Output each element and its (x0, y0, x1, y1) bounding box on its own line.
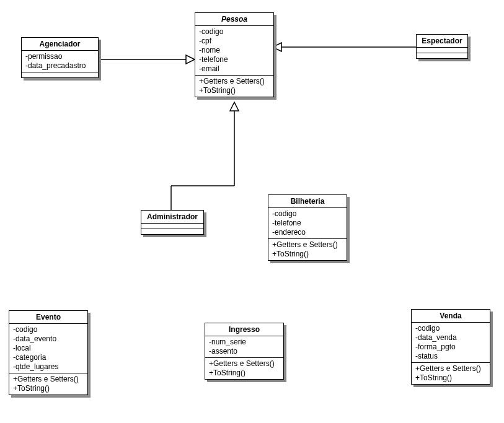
class-ops-empty (141, 229, 203, 234)
class-attrs: -codigo -data_evento -local -categoria -… (9, 324, 87, 373)
class-evento: Evento -codigo -data_evento -local -cate… (9, 310, 88, 395)
class-venda: Venda -codigo -data_venda -forma_pgto -s… (411, 309, 490, 385)
class-title: Bilheteria (268, 195, 347, 208)
class-ops-empty (22, 72, 98, 77)
svg-marker-1 (186, 55, 195, 64)
class-title: Ingresso (205, 323, 283, 336)
class-title: Agenciador (22, 38, 98, 51)
class-title: Venda (412, 310, 490, 323)
class-pessoa: Pessoa -codigo -cpf -nome -telefone -ema… (195, 12, 274, 97)
class-attrs: -permissao -data_precadastro (22, 51, 98, 72)
class-attrs: -codigo -telefone -endereco (268, 208, 347, 239)
class-title: Administrador (141, 211, 203, 224)
class-ops: +Getters e Setters() +ToString() (205, 358, 283, 379)
class-attrs: -codigo -cpf -nome -telefone -email (195, 26, 273, 76)
class-attrs: -num_serie -assento (205, 336, 283, 358)
class-ingresso: Ingresso -num_serie -assento +Getters e … (205, 323, 284, 380)
class-agenciador: Agenciador -permissao -data_precadastro (21, 37, 99, 78)
class-administrador: Administrador (141, 210, 204, 235)
svg-marker-7 (230, 102, 239, 111)
class-attrs-empty (141, 224, 203, 229)
class-ops: +Getters e Setters() +ToString() (412, 363, 490, 384)
class-title: Espectador (417, 35, 467, 48)
class-ops: +Getters e Setters() +ToString() (268, 239, 347, 260)
class-espectador: Espectador (416, 34, 468, 59)
class-bilheteria: Bilheteria -codigo -telefone -endereco +… (268, 194, 347, 261)
class-ops: +Getters e Setters() +ToString() (9, 373, 87, 395)
class-attrs: -codigo -data_venda -forma_pgto -status (412, 323, 490, 363)
class-title: Pessoa (195, 13, 273, 26)
class-ops: +Getters e Setters() +ToString() (195, 76, 273, 97)
class-ops-empty (417, 53, 467, 58)
svg-marker-3 (273, 43, 281, 51)
class-title: Evento (9, 311, 87, 324)
class-attrs-empty (417, 48, 467, 53)
